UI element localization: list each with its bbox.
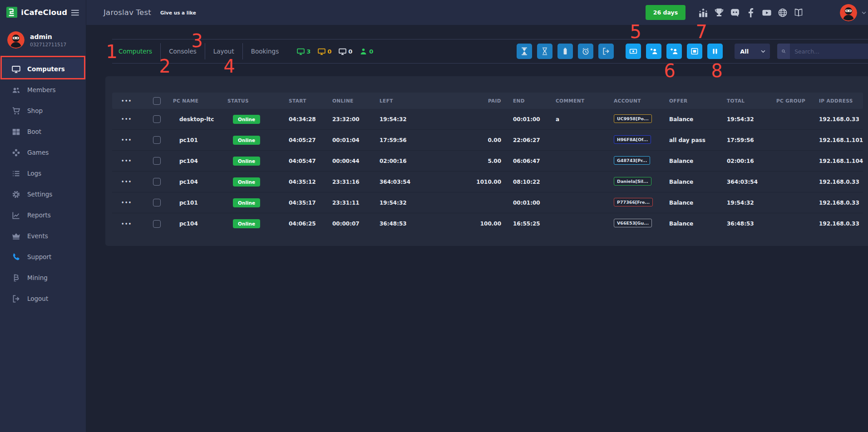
search-icon: [777, 44, 790, 59]
cash-button[interactable]: [626, 44, 641, 59]
column-header-pc-name: PC NAME: [173, 98, 227, 103]
cell-start: 04:35:17: [289, 200, 332, 206]
profile-avatar[interactable]: [840, 4, 857, 21]
trophy-icon[interactable]: [714, 8, 724, 18]
row-actions-icon[interactable]: •••: [112, 158, 148, 163]
cell-status: Online: [227, 157, 289, 166]
cell-start: 04:05:27: [289, 137, 332, 143]
status-badge: Online: [233, 115, 260, 124]
signout-icon: [602, 47, 610, 55]
cell-total: 19:54:32: [727, 116, 776, 123]
account-badge[interactable]: G48743[Pr...: [614, 156, 650, 165]
row-actions-icon[interactable]: •••: [112, 200, 148, 205]
cell-total: 36:48:53: [727, 221, 776, 227]
tab-computers[interactable]: Computers: [112, 48, 160, 55]
tab-bookings[interactable]: Bookings: [243, 48, 287, 55]
table-row: •••pc104Online04:06:2500:00:0736:48:5310…: [112, 213, 863, 234]
gear-icon: [12, 190, 20, 199]
tab-consoles[interactable]: Consoles: [161, 48, 205, 55]
profile-chevron-down-icon[interactable]: [861, 10, 867, 16]
row-actions-icon[interactable]: •••: [112, 137, 148, 142]
give-us-a-like-link[interactable]: Give us a like: [160, 10, 196, 15]
row-actions-icon[interactable]: •••: [112, 221, 148, 226]
user-star-button[interactable]: [646, 44, 661, 59]
sidebar-item-reports[interactable]: Reports: [0, 205, 86, 226]
row-checkbox[interactable]: [153, 157, 161, 165]
row-checkbox[interactable]: [153, 136, 161, 144]
cell-end: 06:06:47: [513, 158, 556, 164]
menu-toggle-icon[interactable]: [71, 9, 79, 16]
battery-button[interactable]: [557, 44, 573, 59]
sidebar-item-games[interactable]: Games: [0, 142, 86, 163]
topbar-icons: [698, 8, 804, 18]
cell-paid: 0.00: [458, 137, 513, 143]
tab-layout[interactable]: Layout: [205, 48, 242, 55]
select-all-checkbox[interactable]: [153, 97, 161, 105]
row-checkbox[interactable]: [153, 220, 161, 228]
chart-icon: [12, 211, 20, 220]
sidebar-item-members[interactable]: Members: [0, 79, 86, 100]
podium-icon[interactable]: [698, 8, 708, 18]
user-plus-icon: [670, 47, 678, 55]
cell-ip: 192.168.0.33: [819, 116, 863, 123]
hourglass-fill-button[interactable]: [517, 44, 532, 59]
cell-pc_name: pc104: [173, 158, 227, 164]
phone-icon: [12, 253, 20, 261]
cell-ip: 192.168.1.104: [819, 158, 863, 164]
cell-ip: 192.168.0.33: [819, 179, 863, 185]
row-checkbox[interactable]: [153, 199, 161, 206]
table-row: •••pc104Online04:05:4700:00:4402:00:165.…: [112, 151, 863, 172]
cell-offer: Balance: [669, 179, 727, 185]
screen-button[interactable]: [687, 44, 702, 59]
filter-select[interactable]: All: [735, 44, 770, 59]
book-icon[interactable]: [794, 8, 804, 18]
row-checkbox[interactable]: [153, 115, 161, 123]
youtube-icon[interactable]: [762, 8, 772, 18]
hourglass-fill-icon: [520, 47, 528, 55]
sidebar: iCafeCloud admin 032712711517 ComputersM…: [0, 0, 86, 432]
status-badge: Online: [233, 177, 260, 187]
alarm-button[interactable]: [578, 44, 593, 59]
row-checkbox[interactable]: [153, 178, 161, 186]
discord-icon[interactable]: [730, 8, 740, 18]
account-badge[interactable]: UC9958[Po...: [614, 114, 652, 123]
cell-status: Online: [227, 177, 289, 187]
pause-button[interactable]: [707, 44, 723, 59]
sidebar-item-shop[interactable]: Shop: [0, 100, 86, 121]
column-header-online: ONLINE: [332, 98, 380, 103]
account-badge[interactable]: Daniela[Sil...: [614, 177, 651, 186]
sidebar-item-computers[interactable]: Computers: [0, 59, 86, 79]
sidebar-item-label: Events: [27, 232, 48, 240]
sidebar-item-support[interactable]: Support: [0, 246, 86, 267]
user-plus-button[interactable]: [666, 44, 682, 59]
sidebar-item-events[interactable]: Events: [0, 226, 86, 246]
signout-button[interactable]: [598, 44, 614, 59]
sidebar-item-settings[interactable]: Settings: [0, 184, 86, 205]
account-badge[interactable]: P77366[Fre...: [614, 198, 653, 206]
cell-offer: Balance: [669, 158, 727, 164]
status-badge: Online: [233, 136, 260, 145]
status-badge: Online: [233, 219, 260, 228]
header-actions-icon[interactable]: •••: [112, 98, 148, 103]
search-input[interactable]: [790, 44, 868, 59]
account-badge[interactable]: H96F8A[Of...: [614, 135, 651, 144]
globe-icon[interactable]: [778, 8, 788, 18]
account-badge[interactable]: V66E53[Gu...: [614, 219, 652, 227]
sidebar-item-logout[interactable]: Logout: [0, 288, 86, 309]
status-badge: Online: [233, 198, 260, 207]
cash-icon: [629, 47, 637, 55]
row-actions-icon[interactable]: •••: [112, 179, 148, 184]
sidebar-item-mining[interactable]: Mining: [0, 267, 86, 288]
column-header-offer: OFFER: [669, 98, 727, 103]
sidebar-item-logs[interactable]: Logs: [0, 163, 86, 184]
table-row: •••pc101Online04:35:1723:31:1119:54:3200…: [112, 192, 863, 213]
trial-days-button[interactable]: 26 days: [646, 5, 686, 20]
sidebar-item-boot[interactable]: Boot: [0, 121, 86, 142]
hourglass-button[interactable]: [537, 44, 552, 59]
games-icon: [12, 148, 20, 157]
row-actions-icon[interactable]: •••: [112, 117, 148, 122]
monitor-icon: [12, 65, 20, 74]
toolbar: All: [517, 44, 868, 59]
facebook-icon[interactable]: [746, 8, 756, 18]
user-star-icon: [650, 47, 658, 55]
